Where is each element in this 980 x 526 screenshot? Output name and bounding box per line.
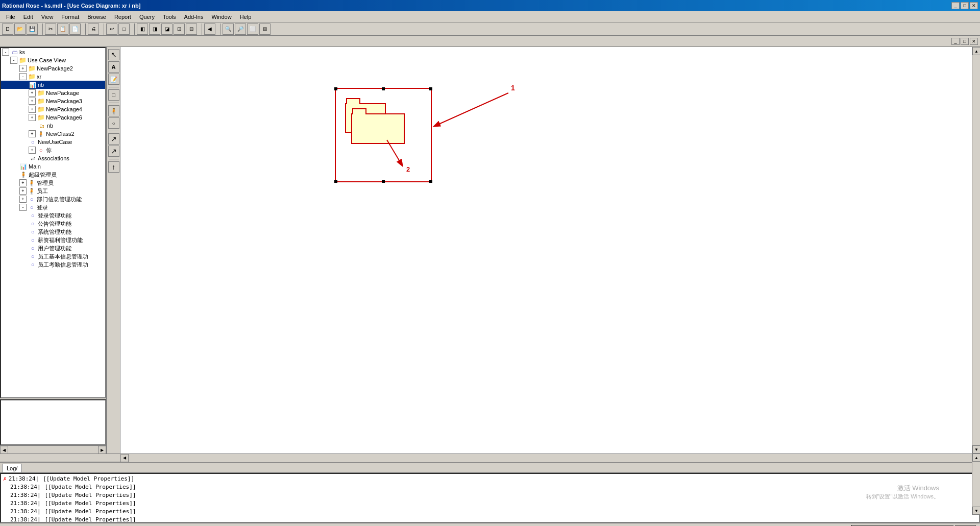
ltb-assoc[interactable]: ↗ (108, 133, 119, 145)
tree-node-newclass2[interactable]: + 🧍 NewClass2 (1, 130, 105, 138)
expand-mgr[interactable]: + (19, 179, 27, 186)
expand-you[interactable]: + (29, 147, 36, 154)
tree-node-you[interactable]: + ○ 你 (1, 146, 105, 154)
tb-grid[interactable]: ⊞ (259, 23, 271, 35)
tb-open[interactable]: 📂 (14, 23, 26, 35)
menu-file[interactable]: File (2, 13, 19, 21)
right-scrollbar[interactable]: ▲ ▼ (972, 47, 980, 453)
menu-view[interactable]: View (37, 13, 58, 21)
hscroll-right[interactable]: ▶ (98, 446, 106, 453)
canvas-hscroll[interactable]: ◀ ▶ (0, 453, 980, 462)
minimize-button[interactable]: _ (951, 2, 960, 9)
tb-cut[interactable]: ✂ (45, 23, 56, 35)
expand-np2[interactable]: + (19, 65, 27, 72)
inner-max[interactable]: □ (961, 38, 969, 45)
menu-browse[interactable]: Browse (83, 13, 110, 21)
handle-bm[interactable] (382, 180, 385, 183)
tree-node-associations[interactable]: ⇌ Associations (1, 154, 105, 162)
tb-save[interactable]: 💾 (27, 23, 38, 35)
ltb-text[interactable]: A (108, 61, 119, 73)
handle-bl[interactable] (334, 180, 337, 183)
expand-np3[interactable]: + (29, 98, 36, 105)
menu-help[interactable]: Help (236, 13, 256, 21)
expand-dept[interactable]: + (19, 196, 27, 203)
tb-browse4[interactable]: ⊡ (174, 23, 185, 35)
tb-zoomout[interactable]: 🔎 (235, 23, 246, 35)
restore-button[interactable]: □ (961, 2, 969, 9)
expand-np6[interactable]: + (29, 114, 36, 121)
log-vscroll-up[interactable]: ▲ (972, 453, 980, 462)
tb-copy[interactable]: 📋 (57, 23, 68, 35)
tree-node-sysmgmt[interactable]: ○ 系统管理功能 (1, 228, 105, 236)
menu-addins[interactable]: Add-Ins (180, 13, 208, 21)
canvas-area[interactable]: 2 1 ▲ ▼ (120, 47, 980, 453)
tree-node-superadmin[interactable]: 🧍 超级管理员 (1, 171, 105, 179)
ltb-depend[interactable]: ↗ (108, 146, 119, 157)
tb-browse3[interactable]: ◪ (161, 23, 173, 35)
tree-node-announce[interactable]: ○ 公告管理功能 (1, 220, 105, 228)
tree-node-attendance[interactable]: ○ 员工考勤信息管理功 (1, 260, 105, 269)
ltb-package[interactable]: □ (108, 89, 119, 101)
close-button[interactable]: ✕ (970, 2, 978, 9)
ltb-note[interactable]: 📝 (108, 74, 119, 85)
tree-node-newpackage[interactable]: + 📁 NewPackage (1, 89, 105, 97)
tree-node-loginmgmt[interactable]: ○ 登录管理功能 (1, 211, 105, 220)
expand-np4[interactable]: + (29, 106, 36, 113)
ltb-select[interactable]: ↖ (108, 49, 119, 60)
vscroll-down[interactable]: ▼ (972, 445, 980, 453)
tb-fit[interactable]: ⬜ (247, 23, 258, 35)
handle-br[interactable] (429, 180, 432, 183)
handle-tr[interactable] (429, 87, 432, 90)
menu-tools[interactable]: Tools (159, 13, 180, 21)
tb-new[interactable]: 🗋 (2, 23, 13, 35)
hscroll-left[interactable]: ◀ (0, 446, 8, 453)
tb-browse2[interactable]: ◨ (149, 23, 160, 35)
tree-node-newpackage3[interactable]: + 📁 NewPackage3 (1, 97, 105, 105)
tb-undo[interactable]: ↩ (106, 23, 117, 35)
tree-node-nb[interactable]: 📊 nb (1, 81, 105, 89)
expand-login[interactable]: - (19, 204, 27, 211)
tree-node-manager[interactable]: + 🧍 管理员 (1, 179, 105, 187)
tree-node-empinfo[interactable]: ○ 员工基本信息管理功 (1, 252, 105, 260)
expand-np[interactable]: + (29, 89, 36, 97)
menu-report[interactable]: Report (110, 13, 135, 21)
tree-node-benefit[interactable]: ○ 薪资福利管理功能 (1, 236, 105, 244)
tree-node-nb2[interactable]: 🗂 nb (1, 122, 105, 130)
tree-node-usecaseview[interactable]: - 📁 Use Case View (1, 56, 105, 64)
tree-node-ks[interactable]: - 🗃 ks (1, 48, 105, 56)
tree-scroll[interactable]: - 🗃 ks - 📁 Use Case View + 📁 NewPackage2 (1, 48, 105, 397)
ltb-arrow-up[interactable]: ↑ (108, 161, 119, 173)
tree-node-newpackage6[interactable]: + 📁 NewPackage6 (1, 113, 105, 122)
tree-node-xr[interactable]: - 📁 xr (1, 73, 105, 81)
menu-window[interactable]: Window (208, 13, 236, 21)
expand-emp[interactable]: + (19, 187, 27, 195)
vscroll-up[interactable]: ▲ (972, 47, 980, 55)
log-content[interactable]: ✗ 21:38:24| [[Update Model Properties]] … (0, 473, 980, 523)
ltb-actor[interactable]: 🧍 (108, 105, 119, 116)
tree-node-newusecase[interactable]: ○ NewUseCase (1, 138, 105, 146)
expand-xr[interactable]: - (19, 73, 27, 80)
tree-node-usermgmt[interactable]: ○ 用户管理功能 (1, 244, 105, 252)
expand-ucv[interactable]: - (10, 57, 17, 64)
tb-back[interactable]: ◀ (204, 23, 215, 35)
menu-query[interactable]: Query (135, 13, 159, 21)
tb-zoomin[interactable]: 🔍 (223, 23, 234, 35)
tb-paste[interactable]: 📄 (69, 23, 81, 35)
tree-node-newpackage2[interactable]: + 📁 NewPackage2 (1, 64, 105, 73)
tb-print[interactable]: 🖨 (88, 23, 99, 35)
menu-format[interactable]: Format (57, 13, 83, 21)
tree-hscroll[interactable]: ◀ ▶ (0, 445, 106, 453)
log-tab[interactable]: Log/ (2, 464, 22, 472)
menu-edit[interactable]: Edit (19, 13, 37, 21)
inner-close[interactable]: ✕ (970, 38, 978, 45)
inner-min[interactable]: _ (951, 38, 960, 45)
tree-node-deptmgmt[interactable]: + ○ 部门信息管理功能 (1, 195, 105, 203)
handle-tl[interactable] (334, 87, 337, 90)
log-vscroll-down[interactable]: ▼ (972, 507, 980, 515)
tree-node-employee[interactable]: + 🧍 员工 (1, 187, 105, 195)
tree-node-main[interactable]: 📊 Main (1, 162, 105, 171)
hscroll-left-canvas[interactable]: ◀ (120, 454, 129, 462)
ltb-usecase[interactable]: ○ (108, 117, 119, 129)
expand-ks[interactable]: - (2, 49, 9, 56)
tree-node-login[interactable]: - ○ 登录 (1, 203, 105, 211)
